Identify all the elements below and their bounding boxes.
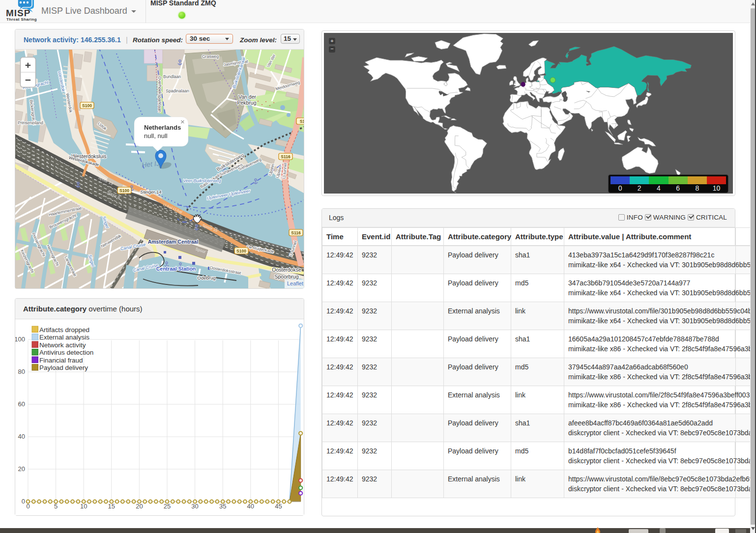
svg-text:MISP: MISP [6,8,30,18]
svg-text:Payload delivery: Payload delivery [39,364,88,371]
svg-text:0: 0 [22,498,25,505]
svg-text:Netherlands: Netherlands [144,124,181,131]
svg-text:40: 40 [18,433,25,440]
svg-text:Threat Sharing: Threat Sharing [6,17,37,22]
svg-text:Prinseneiland: Prinseneiland [18,120,43,125]
svg-text:Bundlaan: Bundlaan [163,74,181,79]
svg-text:Steiger 14: Steiger 14 [140,189,161,195]
svg-text:Antivirus detection: Antivirus detection [39,349,93,356]
svg-text:Odebrug: Odebrug [198,275,216,281]
svg-text:Veer Buiksloterweg: Veer Buiksloterweg [183,178,221,183]
svg-text:Leaflet: Leaflet [287,281,303,286]
svg-text:S100: S100 [119,188,129,193]
svg-text:Spoorbrug: Spoorbrug [274,274,298,280]
svg-text:Van der: Van der [238,94,256,100]
svg-text:Centraal Station: Centraal Station [156,266,196,272]
svg-text:60: 60 [18,400,25,408]
svg-text:Artifacts dropped: Artifacts dropped [39,326,89,334]
svg-text:Overhoeksparklaan: Overhoeksparklaan [157,76,162,112]
svg-text:External analysis: External analysis [39,334,89,341]
svg-text:S11: S11 [300,119,304,124]
svg-text:−: − [25,74,31,85]
svg-text:Network activity: Network activity [39,341,86,349]
svg-text:S100: S100 [82,103,92,108]
svg-text:×: × [180,117,185,126]
svg-text:80: 80 [18,368,25,375]
svg-text:Spadinalaan: Spadinalaan [166,88,189,93]
svg-text:S116: S116 [291,230,301,235]
svg-text:Pekbrug: Pekbrug [237,100,256,106]
svg-text:+: + [25,59,31,71]
svg-text:null, null: null, null [144,132,168,140]
svg-text:20: 20 [18,465,25,473]
svg-text:Oosterdokse: Oosterdokse [272,267,301,273]
svg-text:S100: S100 [236,249,246,253]
svg-text:100: 100 [15,336,25,343]
svg-text:S116: S116 [281,154,291,159]
svg-text:Grasweg: Grasweg [202,54,219,59]
svg-text:Amsterdam Centraal: Amsterdam Centraal [148,239,199,245]
svg-text:Financial fraud: Financial fraud [39,357,83,364]
